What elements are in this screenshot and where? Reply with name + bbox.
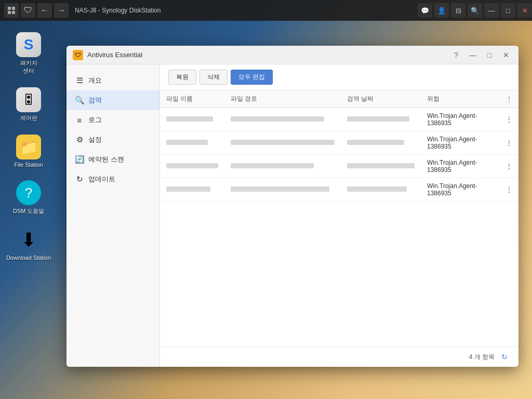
nav-item-log[interactable]: ≡ 로그 <box>66 110 159 130</box>
window-help-button[interactable]: ? <box>450 49 462 61</box>
nav-label-log: 로그 <box>88 115 102 125</box>
desktop: 🛡 ← → NAS-J8 - Synology DiskStation 💬 👤 … <box>0 0 532 399</box>
nav-label-overview: 개요 <box>88 76 102 85</box>
item-count: 4 개 항목 <box>469 353 495 362</box>
window-close-button[interactable]: ✕ <box>500 49 512 61</box>
window-body: ☰ 개요 🔍 검역 ≡ 로그 ⚙ 설정 🔄 예약된 스캔 <box>66 64 518 367</box>
table-row[interactable]: Win.Trojan.Agent-1386935 ⋮ <box>160 131 518 155</box>
update-icon: ↻ <box>75 175 84 184</box>
scandate-cell <box>341 131 421 155</box>
settings-icon: ⚙ <box>75 135 84 144</box>
sidebar-item-download-station[interactable]: ⬇ Download Station <box>3 224 54 264</box>
row-more-button[interactable]: ⋮ <box>500 131 518 155</box>
control-panel-label: 제어판 <box>20 114 37 122</box>
restore-button[interactable]: 복원 <box>168 70 196 85</box>
taskbar-left: 🛡 ← → NAS-J8 - Synology DiskStation <box>0 3 161 18</box>
close-window-btn[interactable]: ✕ <box>517 3 532 18</box>
nav-item-scan[interactable]: 🔍 검역 <box>66 90 159 110</box>
col-scandate: 검역 날짜 <box>341 90 421 108</box>
threat-cell: Win.Trojan.Agent-1386935 <box>421 131 500 155</box>
sidebar-item-package-center[interactable]: S 패키지센터 <box>13 29 44 78</box>
file-station-label: File Station <box>14 162 43 168</box>
scandate-cell <box>341 108 421 131</box>
scandate-cell <box>341 155 421 178</box>
row-more-button[interactable]: ⋮ <box>500 108 518 131</box>
nav-panel: ☰ 개요 🔍 검역 ≡ 로그 ⚙ 설정 🔄 예약된 스캔 <box>66 64 160 367</box>
content-panel: 복원 삭제 모두 편집 파일 이름 파일 경로 검역 날짜 위협 <box>160 64 518 367</box>
taskbar-title: NAS-J8 - Synology DiskStation <box>75 7 161 14</box>
table-footer: 4 개 항목 ↻ <box>160 347 518 367</box>
download-station-label: Download Station <box>6 255 51 261</box>
row-more-button[interactable]: ⋮ <box>500 178 518 202</box>
filename-cell <box>160 108 224 131</box>
forward-button[interactable]: → <box>54 3 69 18</box>
quarantine-table: 파일 이름 파일 경로 검역 날짜 위협 ⋮ <box>160 90 518 202</box>
delete-button[interactable]: 삭제 <box>200 70 228 85</box>
scandate-cell <box>341 178 421 202</box>
threat-cell: Win.Trojan.Agent-1386935 <box>421 178 500 202</box>
nav-label-update: 업데이트 <box>88 175 115 184</box>
threat-cell: Win.Trojan.Agent-1386935 <box>421 108 500 131</box>
window-maximize-button[interactable]: □ <box>483 49 496 61</box>
window-title: Antivirus Essential <box>87 51 446 59</box>
window-minimize-button[interactable]: — <box>467 49 479 61</box>
col-filename: 파일 이름 <box>160 90 224 108</box>
apps-button[interactable] <box>4 3 19 18</box>
antivirus-window: 🛡 Antivirus Essential ? — □ ✕ ☰ 개요 🔍 검역 … <box>66 46 518 367</box>
filename-cell <box>160 131 224 155</box>
nav-item-settings[interactable]: ⚙ 설정 <box>66 130 159 150</box>
desktop-sidebar: S 패키지센터 🎛 제어판 📁 File Station ? DSM 도움말 ⬇… <box>0 21 57 399</box>
antivirus-taskbar-button[interactable]: 🛡 <box>21 3 35 18</box>
edit-all-button[interactable]: 모두 편집 <box>231 70 273 85</box>
nav-item-scheduled-scan[interactable]: 🔄 예약된 스캔 <box>66 150 159 169</box>
chat-icon[interactable]: 💬 <box>418 3 432 18</box>
nav-label-scheduled-scan: 예약된 스캔 <box>88 155 124 164</box>
nav-label-settings: 설정 <box>88 135 102 144</box>
back-button[interactable]: ← <box>37 3 52 18</box>
row-more-button[interactable]: ⋮ <box>500 155 518 178</box>
table-row[interactable]: Win.Trojan.Agent-1386935 ⋮ <box>160 155 518 178</box>
scheduled-scan-icon: 🔄 <box>75 155 84 164</box>
package-center-label: 패키지센터 <box>20 59 37 75</box>
nav-item-overview[interactable]: ☰ 개요 <box>66 71 159 90</box>
filepath-cell <box>224 155 341 178</box>
col-filepath: 파일 경로 <box>224 90 341 108</box>
nav-label-scan: 검역 <box>88 96 102 105</box>
window-titlebar: 🛡 Antivirus Essential ? — □ ✕ <box>66 46 518 64</box>
filename-cell <box>160 155 224 178</box>
taskbar: 🛡 ← → NAS-J8 - Synology DiskStation 💬 👤 … <box>0 0 532 21</box>
refresh-button[interactable]: ↻ <box>499 351 510 363</box>
dsm-help-label: DSM 도움말 <box>13 207 45 215</box>
dsm-help-icon: ? <box>16 180 41 205</box>
nav-item-update[interactable]: ↻ 업데이트 <box>66 169 159 189</box>
filepath-cell <box>224 178 341 202</box>
minimize-window-btn[interactable]: — <box>484 3 499 18</box>
filepath-cell <box>224 108 341 131</box>
threat-cell: Win.Trojan.Agent-1386935 <box>421 155 500 178</box>
scan-icon: 🔍 <box>75 96 84 105</box>
col-more: ⋮ <box>500 90 518 108</box>
file-station-icon: 📁 <box>16 135 41 159</box>
table-header-row: 파일 이름 파일 경로 검역 날짜 위협 ⋮ <box>160 90 518 108</box>
toolbar: 복원 삭제 모두 편집 <box>160 64 518 90</box>
table-row[interactable]: Win.Trojan.Agent-1386935 ⋮ <box>160 108 518 131</box>
maximize-window-btn[interactable]: □ <box>501 3 515 18</box>
package-center-icon: S <box>16 32 41 57</box>
quarantine-table-area[interactable]: 파일 이름 파일 경로 검역 날짜 위협 ⋮ <box>160 90 518 347</box>
search-icon[interactable]: 🔍 <box>468 3 482 18</box>
taskbar-right: 💬 👤 ⊟ 🔍 — □ ✕ <box>418 3 532 18</box>
log-icon: ≡ <box>75 116 84 125</box>
window-app-icon: 🛡 <box>73 50 83 60</box>
download-station-icon: ⬇ <box>16 228 41 252</box>
user-icon[interactable]: 👤 <box>434 3 449 18</box>
filename-cell <box>160 178 224 202</box>
table-row[interactable]: Win.Trojan.Agent-1386935 ⋮ <box>160 178 518 202</box>
overview-icon: ☰ <box>75 76 84 85</box>
col-threat: 위협 <box>421 90 500 108</box>
sidebar-item-file-station[interactable]: 📁 File Station <box>11 131 46 171</box>
sidebar-item-control-panel[interactable]: 🎛 제어판 <box>13 84 44 125</box>
filepath-cell <box>224 131 341 155</box>
display-icon[interactable]: ⊟ <box>451 3 466 18</box>
control-panel-icon: 🎛 <box>16 87 41 112</box>
sidebar-item-dsm-help[interactable]: ? DSM 도움말 <box>10 177 48 218</box>
